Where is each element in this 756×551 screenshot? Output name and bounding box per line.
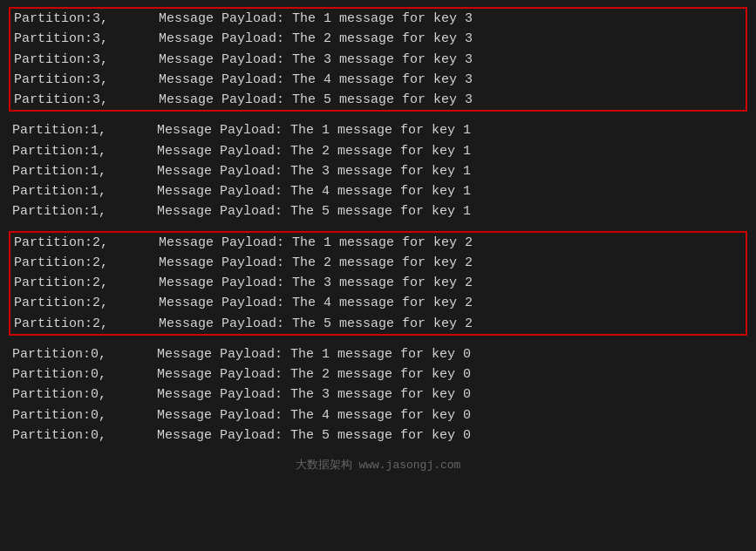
partition-label: Partition:0, [12,344,126,364]
log-line: Partition:0, Message Payload: The 2 mess… [9,364,747,384]
partition-label: Partition:2, [14,253,127,273]
partition-label: Partition:3, [14,50,127,70]
terminal-window: Partition:3, Message Payload: The 1 mess… [0,0,756,551]
log-line: Partition:3, Message Payload: The 3 mess… [10,50,746,70]
log-line: Partition:0, Message Payload: The 3 mess… [9,384,747,405]
log-line: Partition:2, Message Payload: The 1 mess… [10,233,746,253]
message-payload: Message Payload: The 3 message for key 0 [126,384,471,405]
partition-label: Partition:2, [14,233,127,253]
group-partition1: Partition:1, Message Payload: The 1 mess… [9,120,747,221]
group-partition3: Partition:3, Message Payload: The 1 mess… [9,7,747,112]
log-line: Partition:0, Message Payload: The 5 mess… [9,425,747,446]
message-payload: Message Payload: The 3 message for key 3 [127,50,473,70]
log-line: Partition:3, Message Payload: The 1 mess… [10,9,746,29]
message-payload: Message Payload: The 5 message for key 2 [127,314,473,334]
partition-label: Partition:0, [12,405,126,425]
log-line: Partition:2, Message Payload: The 3 mess… [10,273,746,293]
message-payload: Message Payload: The 2 message for key 3 [127,29,473,49]
message-payload: Message Payload: The 3 message for key 2 [127,273,473,293]
watermark: 大数据架构 www.jasongj.com [296,457,461,473]
log-line: Partition:1, Message Payload: The 3 mess… [9,161,747,181]
log-line: Partition:0, Message Payload: The 1 mess… [9,344,747,364]
message-payload: Message Payload: The 1 message for key 2 [127,233,473,253]
message-payload: Message Payload: The 5 message for key 0 [126,425,471,446]
message-payload: Message Payload: The 2 message for key 2 [127,253,473,273]
partition-label: Partition:1, [12,181,126,201]
message-payload: Message Payload: The 5 message for key 1 [126,201,471,221]
log-line: Partition:1, Message Payload: The 4 mess… [9,181,747,201]
log-line: Partition:1, Message Payload: The 1 mess… [9,120,747,140]
message-payload: Message Payload: The 4 message for key 0 [126,405,471,425]
log-line: Partition:1, Message Payload: The 5 mess… [9,201,747,221]
log-line: Partition:1, Message Payload: The 2 mess… [9,141,747,161]
partition-label: Partition:2, [14,314,127,334]
message-payload: Message Payload: The 1 message for key 1 [126,120,471,140]
partition-label: Partition:1, [12,201,126,221]
partition-label: Partition:2, [14,293,127,313]
partition-label: Partition:1, [12,161,126,181]
message-payload: Message Payload: The 1 message for key 3 [127,9,473,29]
log-line: Partition:0, Message Payload: The 4 mess… [9,405,747,425]
group-partition2: Partition:2, Message Payload: The 1 mess… [9,231,747,336]
message-payload: Message Payload: The 1 message for key 0 [126,344,471,364]
partition-label: Partition:2, [14,273,127,293]
partition-label: Partition:3, [14,90,127,110]
partition-label: Partition:3, [14,70,127,90]
message-payload: Message Payload: The 2 message for key 1 [126,141,471,161]
log-line: Partition:2, Message Payload: The 5 mess… [10,314,746,334]
message-payload: Message Payload: The 2 message for key 0 [126,364,471,384]
group-partition0: Partition:0, Message Payload: The 1 mess… [9,344,747,446]
message-payload: Message Payload: The 4 message for key 1 [126,181,471,201]
log-line: Partition:2, Message Payload: The 2 mess… [10,253,746,273]
log-line: Partition:3, Message Payload: The 2 mess… [10,29,746,49]
message-payload: Message Payload: The 4 message for key 2 [127,293,473,313]
log-line: Partition:3, Message Payload: The 4 mess… [10,70,746,90]
message-payload: Message Payload: The 5 message for key 3 [127,90,473,110]
log-line: Partition:3, Message Payload: The 5 mess… [10,90,746,110]
partition-label: Partition:1, [12,120,126,140]
message-payload: Message Payload: The 4 message for key 3 [127,70,473,90]
partition-label: Partition:0, [12,384,126,405]
message-payload: Message Payload: The 3 message for key 1 [126,161,471,181]
partition-label: Partition:0, [12,364,126,384]
log-line: Partition:2, Message Payload: The 4 mess… [10,293,746,313]
partition-label: Partition:0, [12,425,126,446]
partition-label: Partition:3, [14,9,127,29]
partition-label: Partition:1, [12,141,126,161]
partition-label: Partition:3, [14,29,127,49]
